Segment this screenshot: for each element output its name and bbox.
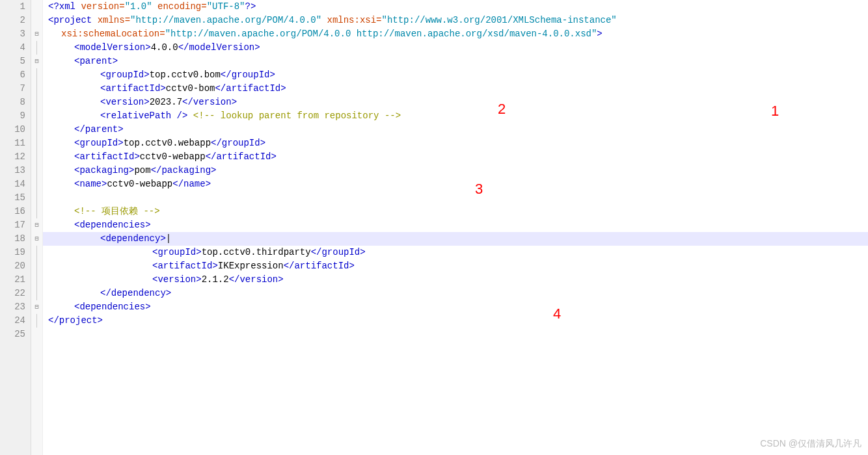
fold-toggle-icon[interactable]: ⊟ (31, 300, 42, 314)
token-attr-name: xmlns= (98, 15, 130, 25)
fold-guide (31, 41, 42, 55)
token-text: 4.0.0 (151, 42, 178, 53)
code-line[interactable]: <artifactId>cctv0-webapp</artifactId> (43, 150, 868, 164)
token-tag: </parent> (74, 124, 124, 135)
code-line[interactable] (43, 328, 868, 341)
line-number: 20 (0, 259, 25, 273)
token-text: top.cctv0.webapp (124, 138, 211, 148)
fold-guide (31, 273, 42, 287)
token-tag: </name> (172, 179, 211, 189)
code-line[interactable]: <packaging>pom</packaging> (43, 164, 868, 177)
token-text: cctv0-webapp (140, 151, 206, 162)
code-line[interactable]: </dependency> (43, 287, 868, 300)
fold-toggle-icon[interactable]: ⊟ (31, 232, 42, 246)
token-tag: </groupId> (221, 70, 275, 80)
line-number: 24 (0, 314, 25, 328)
code-line[interactable]: <dependencies> (43, 218, 868, 232)
line-number: 9 (0, 109, 25, 123)
code-line[interactable] (43, 191, 868, 205)
code-line[interactable]: xsi:schemaLocation="http://maven.apache.… (43, 27, 868, 41)
code-line[interactable]: <version>2023.7</version> (43, 96, 868, 109)
token-pi: ?> (245, 1, 256, 12)
token-attr-name: xmlns:xsi= (327, 15, 382, 25)
token-text: 2.1.2 (202, 274, 229, 285)
code-line[interactable]: <artifactId>cctv0-bom</artifactId> (43, 82, 868, 96)
fold-guide (31, 109, 42, 123)
line-number-gutter: 1234567891011121314151617181920212223242… (0, 0, 31, 455)
token-tag: <parent> (74, 56, 118, 66)
line-number: 15 (0, 191, 25, 205)
token-tag: <dependency> (100, 233, 166, 244)
token-tag: </modelVersion> (178, 42, 260, 53)
token-tag: </groupId> (211, 138, 265, 148)
fold-guide (31, 205, 42, 218)
code-line[interactable]: <modelVersion>4.0.0</modelVersion> (43, 41, 868, 55)
token-text: pom (134, 165, 150, 176)
fold-toggle-icon[interactable]: ⊟ (31, 55, 42, 68)
fold-guide (31, 259, 42, 273)
line-number: 10 (0, 123, 25, 136)
fold-guide (31, 96, 42, 109)
code-line[interactable]: <groupId>top.cctv0.bom</groupId> (43, 68, 868, 82)
code-line[interactable]: <name>cctv0-webapp</name> (43, 177, 868, 191)
line-number: 25 (0, 328, 25, 341)
line-number: 6 (0, 68, 25, 82)
code-line[interactable]: <?xml version="1.0" encoding="UTF-8"?> (43, 0, 868, 14)
fold-guide (31, 177, 42, 191)
token-tag: <artifactId> (152, 261, 218, 271)
code-line[interactable]: <relativePath /> <!-- lookup parent from… (43, 109, 868, 123)
line-number: 4 (0, 41, 25, 55)
code-line[interactable]: <version>2.1.2</version> (43, 273, 868, 287)
line-number: 22 (0, 287, 25, 300)
code-line[interactable]: <artifactId>IKExpression</artifactId> (43, 259, 868, 273)
fold-gutter[interactable]: ⊟⊟⊟⊟⊟ (31, 0, 43, 455)
fold-guide (31, 191, 42, 205)
code-line[interactable]: </parent> (43, 123, 868, 136)
code-line[interactable]: <dependency>| (43, 232, 868, 246)
line-number: 3 (0, 27, 25, 41)
line-number: 7 (0, 82, 25, 96)
fold-toggle-icon[interactable]: ⊟ (31, 218, 42, 232)
fold-guide (31, 287, 42, 300)
line-number: 14 (0, 177, 25, 191)
code-line[interactable]: <parent> (43, 55, 868, 68)
fold-guide (31, 314, 42, 328)
line-number: 2 (0, 14, 25, 27)
fold-guide (31, 68, 42, 82)
code-line[interactable]: <groupId>top.cctv0.webapp</groupId> (43, 136, 868, 150)
code-line[interactable]: <groupId>top.cctv0.thirdparty</groupId> (43, 246, 868, 259)
fold-guide (31, 246, 42, 259)
line-number: 17 (0, 218, 25, 232)
token-tag: <relativePath /> (100, 110, 193, 121)
code-line[interactable]: <!-- 项目依赖 --> (43, 205, 868, 218)
line-number: 19 (0, 246, 25, 259)
code-line[interactable]: </project> (43, 314, 868, 328)
token-attr-val: "http://www.w3.org/2001/XMLSchema-instan… (382, 15, 617, 25)
token-tag: <artifactId> (74, 151, 140, 162)
code-line[interactable]: <project xmlns="http://maven.apache.org/… (43, 14, 868, 27)
code-area[interactable]: <?xml version="1.0" encoding="UTF-8"?><p… (43, 0, 868, 455)
token-attr-val: "http://maven.apache.org/POM/4.0.0" (130, 15, 327, 25)
token-tag: <artifactId> (100, 83, 166, 94)
token-attr-val: "http://maven.apache.org/POM/4.0.0 http:… (165, 29, 597, 39)
fold-empty (31, 0, 42, 14)
token-tag: </packaging> (151, 165, 217, 176)
token-tag: </groupId> (311, 247, 366, 257)
line-number: 11 (0, 136, 25, 150)
token-tag: <packaging> (74, 165, 134, 176)
token-tag: <groupId> (100, 70, 150, 80)
code-line[interactable]: <dependencies> (43, 300, 868, 314)
token-attr-name: encoding= (157, 1, 207, 12)
annotation-number: 1 (771, 103, 779, 120)
token-text: IKExpression (218, 261, 284, 271)
fold-guide (31, 164, 42, 177)
fold-toggle-icon[interactable]: ⊟ (31, 27, 42, 41)
token-tag: </version> (229, 274, 284, 285)
token-tag: </project> (48, 315, 103, 326)
token-tag: <groupId> (152, 247, 202, 257)
token-tag: <modelVersion> (74, 42, 151, 53)
token-tag: </artifactId> (215, 83, 286, 94)
token-tag: <groupId> (74, 138, 124, 148)
code-editor: 1234567891011121314151617181920212223242… (0, 0, 868, 455)
token-comment: <!-- 项目依赖 --> (74, 206, 160, 216)
